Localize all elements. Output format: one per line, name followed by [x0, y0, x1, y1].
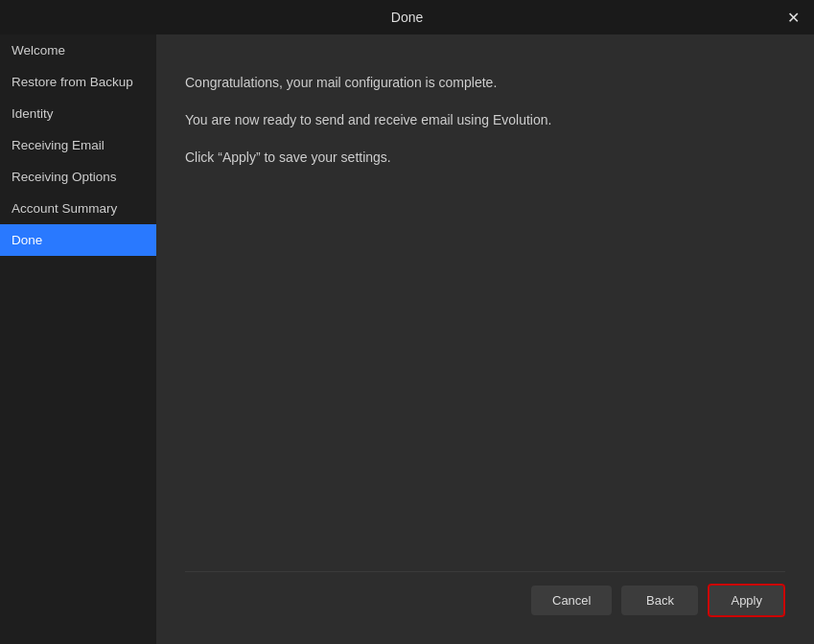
close-button[interactable]: ✕ — [781, 6, 804, 29]
message-area: Congratulations, your mail configuration… — [185, 73, 785, 571]
footer: Cancel Back Apply — [185, 571, 785, 625]
sidebar-item-account-summary[interactable]: Account Summary — [0, 193, 156, 224]
window: Done ✕ WelcomeRestore from BackupIdentit… — [0, 0, 814, 644]
titlebar: Done ✕ — [0, 0, 814, 34]
message-line-2: Click “Apply” to save your settings. — [185, 148, 785, 168]
cancel-button[interactable]: Cancel — [531, 586, 612, 615]
back-button[interactable]: Back — [621, 586, 698, 615]
sidebar-item-done[interactable]: Done — [0, 224, 156, 256]
main-content: Congratulations, your mail configuration… — [156, 34, 814, 644]
message-line-1: You are now ready to send and receive em… — [185, 110, 785, 130]
apply-button[interactable]: Apply — [708, 584, 785, 617]
sidebar-item-welcome[interactable]: Welcome — [0, 34, 156, 66]
sidebar-item-receiving-options[interactable]: Receiving Options — [0, 161, 156, 193]
sidebar-item-identity[interactable]: Identity — [0, 98, 156, 129]
window-title: Done — [391, 10, 423, 25]
message-line-0: Congratulations, your mail configuration… — [185, 73, 785, 93]
content-area: WelcomeRestore from BackupIdentityReceiv… — [0, 34, 814, 644]
sidebar: WelcomeRestore from BackupIdentityReceiv… — [0, 34, 156, 644]
sidebar-item-receiving-email[interactable]: Receiving Email — [0, 129, 156, 161]
sidebar-item-restore-from-backup[interactable]: Restore from Backup — [0, 66, 156, 98]
